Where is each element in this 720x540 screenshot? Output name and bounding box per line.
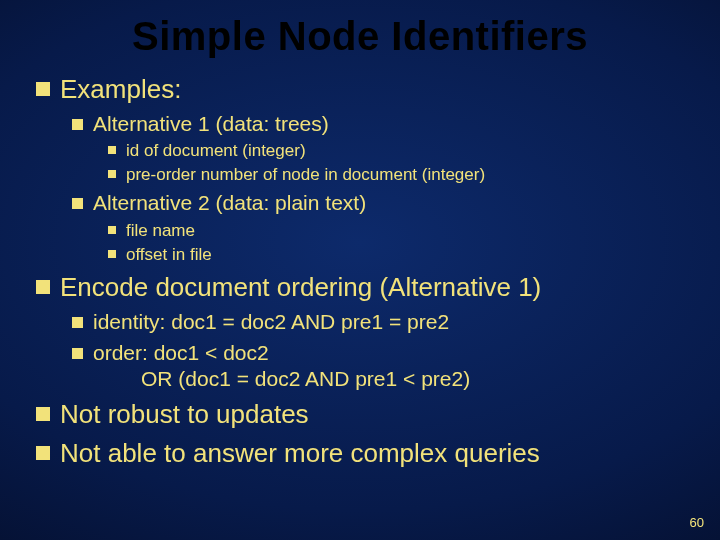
- item-alt1-b: pre-order number of node in document (in…: [108, 164, 692, 185]
- text-complex: Not able to answer more complex queries: [60, 437, 540, 470]
- item-alt2-a: file name: [108, 220, 692, 241]
- square-bullet-icon: [36, 82, 50, 96]
- square-bullet-icon: [36, 446, 50, 460]
- slide-number: 60: [690, 515, 704, 530]
- item-alt1: Alternative 1 (data: trees) id of docume…: [72, 111, 692, 186]
- item-robust: Not robust to updates: [36, 398, 692, 431]
- square-bullet-icon: [36, 280, 50, 294]
- item-complex: Not able to answer more complex queries: [36, 437, 692, 470]
- square-bullet-icon: [108, 170, 116, 178]
- text-enc-a: identity: doc1 = doc2 AND pre1 = pre2: [93, 309, 449, 335]
- square-bullet-icon: [36, 407, 50, 421]
- square-bullet-icon: [72, 119, 83, 130]
- item-alt2: Alternative 2 (data: plain text) file na…: [72, 190, 692, 265]
- text-encode: Encode document ordering (Alternative 1): [60, 271, 541, 304]
- text-robust: Not robust to updates: [60, 398, 309, 431]
- square-bullet-icon: [72, 198, 83, 209]
- square-bullet-icon: [72, 317, 83, 328]
- text-alt2-a: file name: [126, 220, 195, 241]
- bullet-list: Examples: Alternative 1 (data: trees) id…: [28, 73, 692, 469]
- slide-title: Simple Node Identifiers: [28, 14, 692, 59]
- text-enc-b-line2: OR (doc1 = doc2 AND pre1 < pre2): [93, 367, 470, 390]
- text-alt1: Alternative 1 (data: trees): [93, 111, 329, 137]
- text-alt2-b: offset in file: [126, 244, 212, 265]
- item-alt1-a: id of document (integer): [108, 140, 692, 161]
- text-enc-b: order: doc1 < doc2 OR (doc1 = doc2 AND p…: [93, 340, 470, 393]
- text-alt2: Alternative 2 (data: plain text): [93, 190, 366, 216]
- square-bullet-icon: [72, 348, 83, 359]
- text-alt1-b: pre-order number of node in document (in…: [126, 164, 485, 185]
- item-enc-b: order: doc1 < doc2 OR (doc1 = doc2 AND p…: [72, 340, 692, 393]
- square-bullet-icon: [108, 250, 116, 258]
- square-bullet-icon: [108, 146, 116, 154]
- slide: Simple Node Identifiers Examples: Altern…: [0, 0, 720, 540]
- item-alt2-b: offset in file: [108, 244, 692, 265]
- item-examples: Examples: Alternative 1 (data: trees) id…: [36, 73, 692, 265]
- text-alt1-a: id of document (integer): [126, 140, 306, 161]
- text-enc-b-line1: order: doc1 < doc2: [93, 341, 269, 364]
- item-enc-a: identity: doc1 = doc2 AND pre1 = pre2: [72, 309, 692, 335]
- square-bullet-icon: [108, 226, 116, 234]
- text-examples: Examples:: [60, 73, 181, 106]
- item-encode: Encode document ordering (Alternative 1)…: [36, 271, 692, 392]
